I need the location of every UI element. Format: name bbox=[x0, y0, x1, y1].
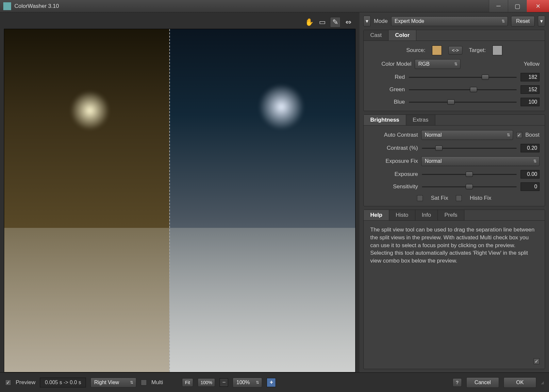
boost-checkbox[interactable]: ✓ bbox=[516, 132, 522, 138]
blue-label: Blue bbox=[369, 99, 405, 105]
source-label: Source: bbox=[406, 47, 425, 54]
help-button[interactable]: ? bbox=[453, 378, 462, 387]
exposure-slider[interactable] bbox=[422, 171, 517, 178]
cast-color-panel: Cast Color Source: <-> Target: Color Mod… bbox=[363, 30, 545, 111]
zoom-plus-button[interactable]: + bbox=[267, 378, 276, 387]
auto-contrast-label: Auto Contrast bbox=[369, 132, 418, 138]
red-label: Red bbox=[369, 74, 405, 80]
tab-histo[interactable]: Histo bbox=[389, 210, 415, 220]
preview-pane: ✋ ▭ ✎ ⇔ bbox=[0, 12, 359, 372]
tab-prefs[interactable]: Prefs bbox=[438, 210, 464, 220]
preview-label: Preview bbox=[16, 379, 35, 386]
titlebar[interactable]: ColorWasher 3.10 ─ ▢ ✕ bbox=[0, 0, 549, 12]
exposure-fix-select[interactable]: Normal bbox=[421, 156, 540, 166]
bottom-bar: ✓ Preview 0.005 s -> 0.0 s Right View Mu… bbox=[0, 372, 549, 392]
sat-fix-label: Sat Fix bbox=[431, 195, 448, 201]
split-handle[interactable] bbox=[169, 29, 170, 372]
help-text: The split view tool can be used to drag … bbox=[369, 225, 540, 265]
target-swatch[interactable] bbox=[492, 45, 502, 55]
view-select[interactable]: Right View bbox=[91, 378, 136, 387]
green-slider[interactable] bbox=[409, 86, 517, 93]
source-swatch[interactable] bbox=[432, 45, 442, 55]
tab-color[interactable]: Color bbox=[389, 30, 416, 41]
sensitivity-slider[interactable] bbox=[422, 183, 517, 190]
red-slider[interactable] bbox=[409, 74, 517, 80]
split-view-tool-icon[interactable]: ⇔ bbox=[343, 17, 354, 27]
brightness-panel: Brightness Extras Auto Contrast Normal ✓… bbox=[363, 114, 545, 206]
window-title: ColorWasher 3.10 bbox=[14, 3, 489, 9]
mode-label: Mode bbox=[374, 18, 388, 25]
timing-display: 0.005 s -> 0.0 s bbox=[40, 378, 86, 387]
red-slider-row: Red 182 bbox=[369, 73, 540, 81]
blue-slider[interactable] bbox=[409, 99, 517, 105]
contrast-label: Contrast (%) bbox=[369, 145, 418, 151]
red-value[interactable]: 182 bbox=[521, 73, 540, 81]
minimize-button[interactable]: ─ bbox=[489, 0, 508, 12]
tab-extras[interactable]: Extras bbox=[406, 115, 435, 125]
maximize-button[interactable]: ▢ bbox=[508, 0, 527, 12]
sensitivity-value[interactable]: 0 bbox=[521, 182, 540, 191]
color-hint: Yellow bbox=[524, 61, 540, 67]
fit-button[interactable]: Fit bbox=[182, 378, 193, 387]
reset-menu-button[interactable]: ▾ bbox=[538, 16, 545, 26]
content: ✋ ▭ ✎ ⇔ ▾ Mode Expert Mode R bbox=[0, 12, 549, 372]
window-controls: ─ ▢ ✕ bbox=[489, 0, 549, 12]
marquee-tool-icon[interactable]: ▭ bbox=[317, 17, 327, 27]
cancel-button[interactable]: Cancel bbox=[466, 377, 499, 388]
green-slider-row: Green 152 bbox=[369, 85, 540, 94]
histo-fix-checkbox[interactable] bbox=[456, 195, 462, 201]
help-toggle-checkbox[interactable]: ✓ bbox=[534, 358, 540, 364]
mode-row: ▾ Mode Expert Mode Reset ▾ bbox=[363, 16, 545, 26]
preview-toolbar: ✋ ▭ ✎ ⇔ bbox=[4, 16, 356, 29]
mode-select[interactable]: Expert Mode bbox=[391, 16, 508, 26]
hand-tool-icon[interactable]: ✋ bbox=[304, 17, 314, 27]
tab-brightness[interactable]: Brightness bbox=[364, 115, 406, 125]
help-panel: Help Histo Info Prefs The split view too… bbox=[363, 210, 545, 369]
exposure-fix-label: Exposure Fix bbox=[369, 158, 418, 164]
sensitivity-label: Sensitivity bbox=[369, 183, 418, 190]
ok-button[interactable]: OK bbox=[504, 377, 536, 388]
color-model-select[interactable]: RGB bbox=[415, 59, 460, 69]
reset-button[interactable]: Reset bbox=[511, 16, 535, 26]
exposure-value[interactable]: 0.00 bbox=[521, 170, 540, 179]
controls-pane: ▾ Mode Expert Mode Reset ▾ Cast Color So… bbox=[359, 12, 549, 372]
contrast-slider[interactable] bbox=[422, 145, 517, 151]
swap-button[interactable]: <-> bbox=[448, 46, 462, 55]
tab-help[interactable]: Help bbox=[364, 210, 389, 220]
multi-checkbox[interactable] bbox=[141, 380, 147, 385]
tab-info[interactable]: Info bbox=[415, 210, 438, 220]
tab-cast[interactable]: Cast bbox=[364, 30, 389, 41]
sat-fix-checkbox[interactable] bbox=[417, 195, 423, 201]
zoom-select[interactable]: 100% bbox=[233, 378, 262, 387]
exposure-label: Exposure bbox=[369, 171, 418, 178]
preview-area[interactable] bbox=[4, 29, 356, 372]
green-value[interactable]: 152 bbox=[521, 85, 540, 94]
blue-value[interactable]: 100 bbox=[521, 98, 540, 106]
boost-label: Boost bbox=[525, 132, 540, 138]
multi-label: Multi bbox=[151, 379, 163, 386]
preview-checkbox[interactable]: ✓ bbox=[5, 380, 11, 385]
auto-contrast-select[interactable]: Normal bbox=[421, 130, 513, 140]
contrast-value[interactable]: 0.20 bbox=[521, 144, 540, 152]
eyedropper-tool-icon[interactable]: ✎ bbox=[330, 17, 341, 27]
mode-menu-button[interactable]: ▾ bbox=[363, 16, 371, 26]
close-button[interactable]: ✕ bbox=[527, 0, 549, 12]
color-model-label: Color Model bbox=[369, 61, 411, 67]
zoom-display-1[interactable]: 100% bbox=[198, 378, 215, 387]
app-icon bbox=[3, 2, 11, 10]
green-label: Green bbox=[369, 86, 405, 93]
blue-slider-row: Blue 100 bbox=[369, 98, 540, 106]
zoom-minus-button[interactable]: − bbox=[220, 378, 228, 387]
app-window: ColorWasher 3.10 ─ ▢ ✕ ✋ ▭ ✎ ⇔ bbox=[0, 0, 549, 392]
target-label: Target: bbox=[469, 47, 486, 54]
histo-fix-label: Histo Fix bbox=[470, 195, 491, 201]
resize-grip-icon[interactable]: ◢ bbox=[541, 380, 544, 385]
